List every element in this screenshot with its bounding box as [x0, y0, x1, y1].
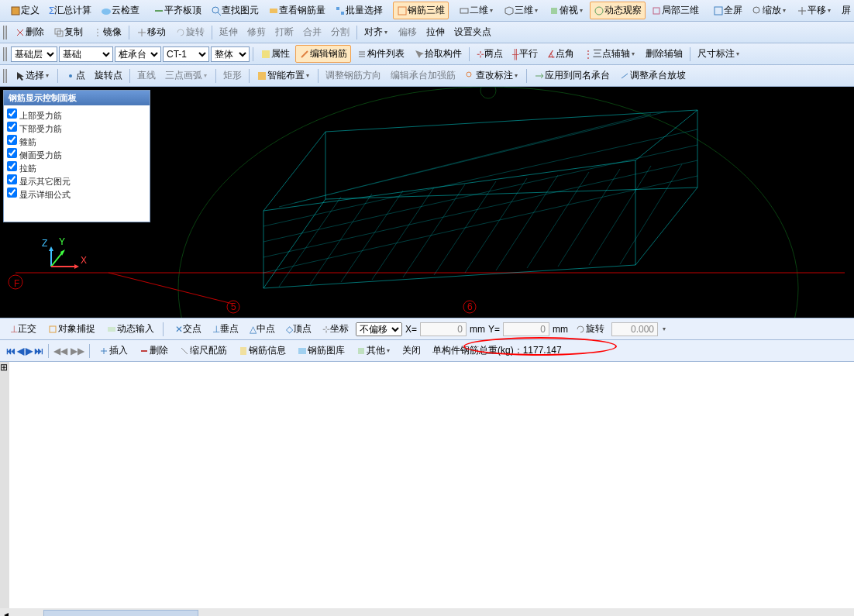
rotate-button[interactable]: 旋转 — [171, 23, 208, 41]
cross-button[interactable]: ✕ 交点 — [171, 320, 205, 338]
merge-button[interactable]: 合并 — [299, 23, 325, 41]
parallel-button[interactable]: ╫ 平行 — [508, 45, 542, 63]
offset-button[interactable]: 偏移 — [394, 23, 421, 41]
trim-button[interactable]: 修剪 — [243, 23, 270, 41]
props-button[interactable]: 属性 — [257, 45, 294, 63]
close-button[interactable]: 关闭 — [398, 342, 425, 360]
whole-select[interactable]: 整体 — [211, 46, 250, 62]
batch-select-button[interactable]: 批量选择 — [331, 2, 387, 19]
dim-label-button[interactable]: 尺寸标注▾ — [694, 45, 745, 63]
copy-button[interactable]: 复制 — [50, 23, 87, 41]
adjust-dir-button[interactable]: 调整钢筋方向 — [322, 67, 385, 84]
two-pt-button[interactable]: ⊹ 两点 — [473, 45, 507, 63]
first-button[interactable]: ⏮ — [6, 346, 15, 356]
split-button[interactable]: 分割 — [327, 23, 353, 41]
define-button[interactable]: 定义 — [6, 2, 43, 19]
floor-select[interactable]: 基础层 — [11, 46, 57, 62]
coord-sys-button[interactable]: ⊹ 坐标 — [319, 320, 353, 338]
line-button[interactable]: 直线 — [133, 67, 160, 84]
dropdown-arrow-icon[interactable]: ▾ — [44, 71, 50, 81]
rot-pt-button[interactable]: 旋转点 — [91, 67, 126, 84]
scale-match-button[interactable]: 缩尺配筋 — [175, 342, 231, 360]
mirror-button[interactable]: 镜像 — [88, 23, 126, 41]
move-button[interactable]: 移动 — [133, 23, 170, 41]
pick-comp-button[interactable]: 拾取构件 — [410, 45, 466, 63]
delete-button[interactable]: 删除 — [11, 23, 48, 41]
dropdown-arrow-icon[interactable]: ▾ — [488, 5, 494, 16]
dyn-input-button[interactable]: 动态输入 — [102, 320, 158, 338]
dropdown-arrow-icon[interactable]: ▾ — [513, 71, 519, 81]
point-button[interactable]: 点 — [61, 67, 89, 84]
3d-button[interactable]: 三维▾ — [500, 2, 543, 19]
edit-cap-button[interactable]: 编辑承台加强筋 — [387, 67, 460, 84]
last-button[interactable]: ⏭ — [34, 346, 43, 356]
prev-button[interactable]: ◀ — [17, 346, 24, 356]
stretch-button[interactable]: 拉伸 — [422, 23, 449, 41]
viewport-3d[interactable]: 钢筋显示控制面板 上部受力筋下部受力筋箍筋侧面受力筋拉筋显示其它图元显示详细公式… — [0, 87, 854, 318]
apply-same-button[interactable]: 应用到同名承台 — [530, 67, 614, 84]
align-board-button[interactable]: 平齐板顶 — [150, 2, 205, 19]
dropdown-arrow-icon[interactable]: ▾ — [781, 5, 787, 16]
select-button[interactable]: 选择▾ — [11, 67, 54, 84]
dropdown-arrow-icon[interactable]: ▾ — [385, 346, 391, 356]
cloud-check-button[interactable]: 云检查 — [97, 2, 143, 19]
nav-next-set[interactable]: ▶▶ — [71, 346, 84, 356]
rot-input[interactable]: 0.000 — [611, 322, 658, 336]
horizontal-scrollbar[interactable]: ◂ — [0, 608, 854, 616]
dropdown-arrow-icon[interactable]: ▾ — [533, 5, 539, 16]
dropdown-arrow-icon[interactable]: ▾ — [383, 27, 389, 38]
rebar-lib-button[interactable]: 钢筋图库 — [293, 342, 349, 360]
find-elem-button[interactable]: 查找图元 — [207, 2, 263, 19]
expand-gutter[interactable]: ⊞ — [0, 362, 9, 608]
screen-button[interactable]: 屏 — [838, 2, 854, 19]
mid-button[interactable]: △ 中点 — [246, 320, 279, 338]
sum-calc-button[interactable]: Σ 汇总计算 — [45, 2, 95, 19]
edit-rebar-button[interactable]: 编辑钢筋 — [295, 45, 351, 63]
dynamic-view-button[interactable]: 动态观察 — [590, 2, 646, 19]
snap-button[interactable]: 对象捕捉 — [43, 320, 99, 338]
dropdown-arrow-icon[interactable]: ▾ — [305, 71, 311, 81]
set-grip-button[interactable]: 设置夹点 — [450, 23, 495, 41]
delete-row-button[interactable]: 删除 — [135, 342, 172, 360]
rect-button[interactable]: 矩形 — [219, 67, 246, 84]
rotate-label[interactable]: 旋转 — [571, 320, 608, 338]
fullscreen-button[interactable]: 全屏 — [709, 2, 746, 19]
rebar-info-button[interactable]: 钢筋信息 — [234, 342, 290, 360]
category-select[interactable]: 基础 — [59, 46, 113, 62]
comp-list-button[interactable]: 构件列表 — [353, 45, 408, 63]
dropdown-arrow-icon[interactable]: ▾ — [578, 5, 584, 16]
scroll-thumb[interactable] — [43, 610, 198, 616]
del-axis-button[interactable]: 删除辅轴 — [642, 45, 687, 63]
break-button[interactable]: 打断 — [271, 23, 298, 41]
nav-prev-set[interactable]: ◀◀ — [53, 346, 67, 356]
insert-button[interactable]: 插入 — [95, 342, 132, 360]
align-button[interactable]: 对齐▾ — [360, 23, 393, 41]
sub-select[interactable]: 桩承台 — [115, 46, 161, 62]
dropdown-arrow-icon[interactable]: ▾ — [630, 49, 636, 60]
x-input[interactable]: 0 — [420, 322, 467, 336]
view-rebar-button[interactable]: 查看钢筋量 — [264, 2, 329, 19]
extend-button[interactable]: 延伸 — [215, 23, 242, 41]
review-label-button[interactable]: 查改标注▾ — [461, 67, 523, 84]
rebar-3d-button[interactable]: 钢筋三维 — [393, 2, 449, 19]
perp-button[interactable]: ⊥ 垂点 — [208, 320, 243, 338]
pan-button[interactable]: 平移▾ — [793, 2, 836, 19]
dropdown-arrow-icon[interactable]: ▾ — [661, 324, 667, 335]
next-button[interactable]: ▶ — [26, 346, 33, 356]
perspective-button[interactable]: 俯视▾ — [545, 2, 588, 19]
three-pts-button[interactable]: ⋮ 三点辅轴▾ — [580, 45, 640, 63]
smart-place-button[interactable]: 智能布置▾ — [253, 67, 315, 84]
local-3d-button[interactable]: 局部三维 — [647, 2, 703, 19]
dropdown-arrow-icon[interactable]: ▾ — [826, 5, 832, 16]
vertex-button[interactable]: ◇ 顶点 — [282, 320, 315, 338]
y-input[interactable]: 0 — [503, 322, 549, 336]
zoom-button[interactable]: 缩放▾ — [748, 2, 791, 19]
other-button[interactable]: 其他▾ — [352, 342, 395, 360]
dropdown-arrow-icon[interactable]: ▾ — [735, 49, 741, 60]
dropdown-arrow-icon[interactable]: ▾ — [202, 71, 208, 81]
offset-mode-select[interactable]: 不偏移 — [356, 322, 402, 336]
ortho-button[interactable]: ⊥ 正交 — [6, 320, 40, 338]
arc-button[interactable]: 三点画弧▾ — [161, 67, 212, 84]
code-select[interactable]: CT-1 — [163, 46, 209, 62]
2d-button[interactable]: 二维▾ — [455, 2, 498, 19]
